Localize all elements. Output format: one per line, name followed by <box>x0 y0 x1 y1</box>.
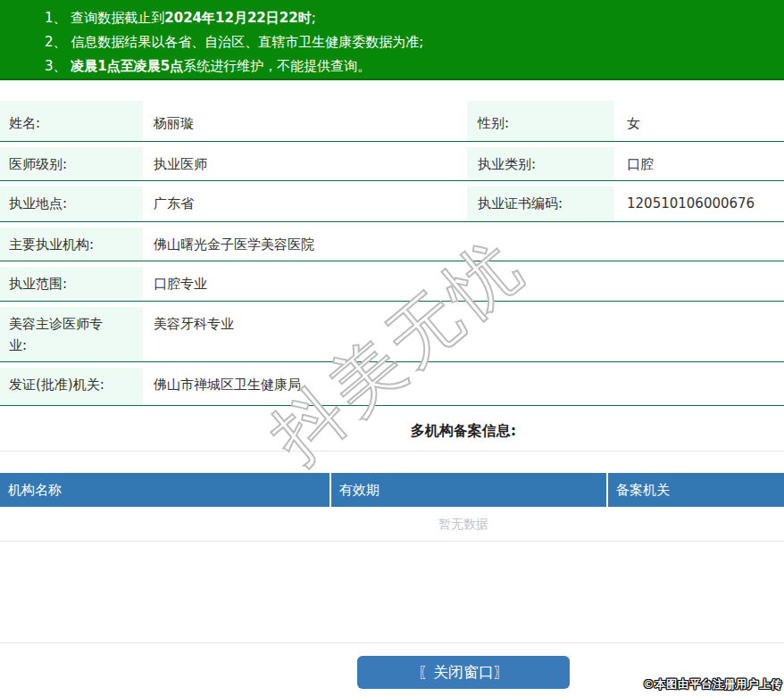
field-value-doctor-level: 执业医师 <box>143 142 429 180</box>
column-header-validity-period: 有效期 <box>331 473 606 507</box>
field-label-cosmetic-specialty: 美容主诊医师专业: <box>0 302 143 361</box>
field-value-main-institution: 佛山曙光金子医学美容医院 <box>143 222 784 261</box>
field-label-practice-location: 执业地点: <box>0 181 143 221</box>
notice-text: 3、 <box>45 58 71 74</box>
field-label-gender: 性别: <box>467 101 614 141</box>
registry-empty-text: 暂无数据 <box>143 507 784 541</box>
doctor-info-table: 姓名: 杨丽璇 性别: 女 医师级别: 执业医师 执业类别: 口腔 执业地点: … <box>0 101 784 406</box>
notice-text: 2、 信息数据结果以各省、自治区、直辖市卫生健康委数据为准; <box>45 34 423 50</box>
field-label-certificate-number: 执业证书编码: <box>467 181 614 221</box>
notice-text: 系统进行维护，不能提供查询。 <box>183 58 371 74</box>
platform-upload-stamp: ©本图由平台注册用户上传 <box>643 677 782 692</box>
registry-table-header: 机构名称 有效期 备案机关 <box>0 473 784 507</box>
field-value-issuing-authority: 佛山市禅城区卫生健康局 <box>143 362 784 405</box>
multi-institution-section-title: 多机构备案信息: <box>143 423 784 439</box>
table-row-issuing-authority: 发证(批准)机关: 佛山市禅城区卫生健康局 <box>0 362 784 406</box>
field-value-practice-scope: 口腔专业 <box>143 261 784 301</box>
column-gap <box>429 101 467 141</box>
field-value-certificate-number: 120510106000676 <box>614 181 784 221</box>
notice-banner: 1、 查询数据截止到2024年12月22日22时; 2、 信息数据结果以各省、自… <box>0 0 784 80</box>
notice-bold-text: 凌晨1点至凌晨5点 <box>71 58 183 74</box>
whitespace-spacer <box>0 542 784 642</box>
column-header-record-authority: 备案机关 <box>608 473 784 507</box>
close-window-button[interactable]: 〖关闭窗口〗 <box>357 656 570 689</box>
table-row-name-gender: 姓名: 杨丽璇 性别: 女 <box>0 101 784 142</box>
field-label-practice-category: 执业类别: <box>467 142 614 180</box>
footer-divider <box>0 642 784 643</box>
column-gap <box>429 181 467 221</box>
notice-line-2: 2、 信息数据结果以各省、自治区、直辖市卫生健康委数据为准; <box>45 30 775 54</box>
notice-line-1: 1、 查询数据截止到2024年12月22日22时; <box>45 6 775 30</box>
field-value-practice-category: 口腔 <box>614 142 784 180</box>
table-row-level-category: 医师级别: 执业医师 执业类别: 口腔 <box>0 142 784 181</box>
field-label-practice-scope: 执业范围: <box>0 261 143 301</box>
notice-text: 1、 查询数据截止到 <box>45 10 164 26</box>
field-value-gender: 女 <box>614 101 784 141</box>
notice-line-3: 3、 凌晨1点至凌晨5点系统进行维护，不能提供查询。 <box>45 54 775 79</box>
table-row-location-certno: 执业地点: 广东省 执业证书编码: 120510106000676 <box>0 181 784 222</box>
column-header-institution-name: 机构名称 <box>0 473 329 507</box>
table-row-practice-scope: 执业范围: 口腔专业 <box>0 261 784 302</box>
field-label-name: 姓名: <box>0 101 143 141</box>
field-value-practice-location: 广东省 <box>143 181 429 221</box>
section-divider <box>0 451 784 452</box>
column-gap <box>429 142 467 180</box>
field-value-name: 杨丽璇 <box>143 101 429 141</box>
table-row-main-institution: 主要执业机构: 佛山曙光金子医学美容医院 <box>0 222 784 261</box>
notice-bold-text: 2024年12月22日22时 <box>164 10 311 26</box>
field-value-cosmetic-specialty: 美容牙科专业 <box>143 302 784 361</box>
field-label-main-institution: 主要执业机构: <box>0 222 143 261</box>
notice-text: ; <box>312 10 316 26</box>
table-row-cosmetic-specialty: 美容主诊医师专业: 美容牙科专业 <box>0 302 784 362</box>
field-label-issuing-authority: 发证(批准)机关: <box>0 362 143 405</box>
field-label-doctor-level: 医师级别: <box>0 142 143 180</box>
